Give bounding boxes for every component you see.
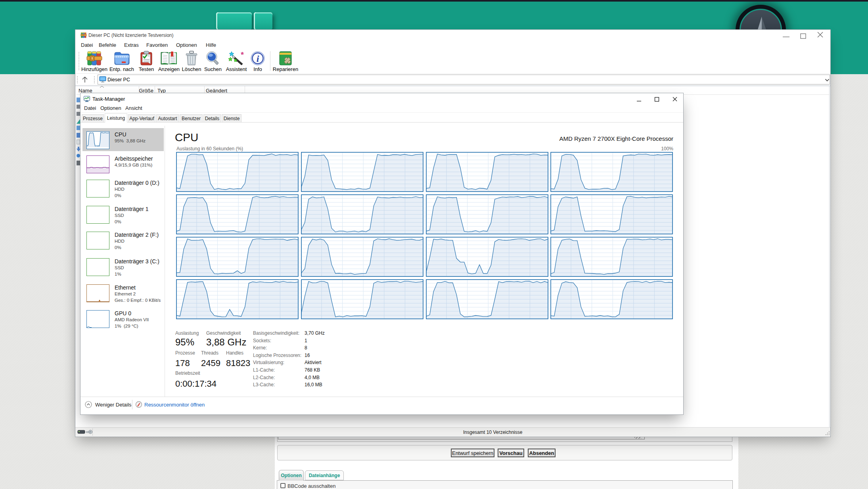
svg-text:i: i bbox=[257, 54, 259, 64]
